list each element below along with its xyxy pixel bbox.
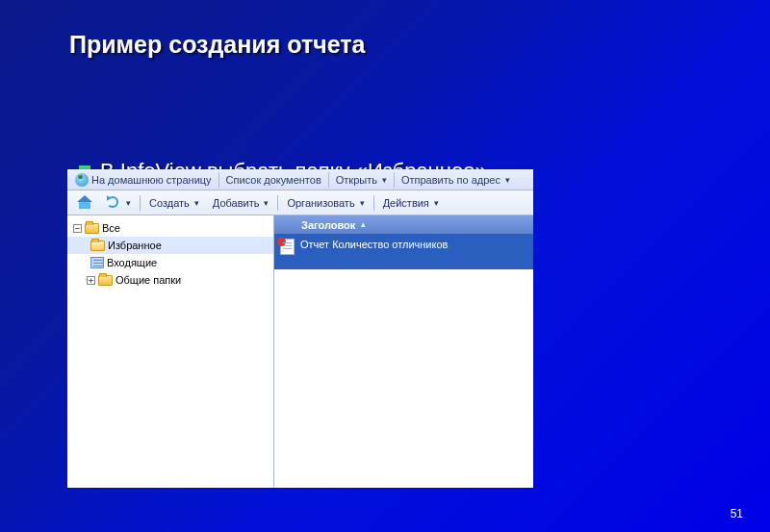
chevron-down-icon: ▾ bbox=[382, 175, 387, 185]
document-list: Заголовок ▲ Отчет Количество отличников bbox=[274, 215, 533, 488]
tree-node-all[interactable]: − Все bbox=[67, 219, 273, 237]
chevron-down-icon: ▾ bbox=[194, 198, 199, 208]
tree-node-public[interactable]: + Общие папки bbox=[67, 271, 273, 289]
report-icon bbox=[280, 239, 295, 255]
top-toolbar: На домашнюю страницу Список документов О… bbox=[67, 169, 533, 190]
folder-tree: − Все Избранное Входящие + Общие папки bbox=[67, 215, 274, 488]
open-label: Открыть bbox=[336, 174, 377, 186]
add-label: Добавить bbox=[213, 197, 260, 209]
add-menu[interactable]: Добавить ▾ bbox=[207, 193, 275, 213]
create-label: Создать bbox=[149, 197, 190, 209]
action-toolbar: ▾ Создать ▾ Добавить ▾ Организовать ▾ Де… bbox=[67, 190, 533, 215]
refresh-icon bbox=[106, 195, 121, 211]
list-item[interactable]: Отчет Количество отличников bbox=[274, 235, 533, 269]
home-button[interactable] bbox=[71, 193, 98, 213]
main-area: − Все Избранное Входящие + Общие папки З… bbox=[67, 215, 533, 488]
chevron-down-icon: ▾ bbox=[126, 198, 131, 208]
tree-node-favorites[interactable]: Избранное bbox=[67, 237, 273, 254]
folder-icon bbox=[98, 275, 113, 286]
tree-label-all: Все bbox=[102, 222, 120, 234]
tree-label-public: Общие папки bbox=[116, 274, 181, 286]
actions-menu[interactable]: Действия ▾ bbox=[377, 193, 445, 213]
open-menu[interactable]: Открыть ▾ bbox=[332, 171, 391, 189]
toolbar-separator bbox=[277, 195, 278, 211]
refresh-button[interactable]: ▾ bbox=[100, 193, 137, 213]
actions-label: Действия bbox=[383, 197, 429, 209]
home-link-label: На домашнюю страницу bbox=[91, 174, 212, 186]
chevron-down-icon: ▾ bbox=[505, 175, 510, 185]
docs-list-label: Список документов bbox=[226, 174, 321, 186]
page-number: 51 bbox=[731, 507, 743, 520]
expand-icon[interactable]: + bbox=[87, 276, 95, 285]
chevron-down-icon: ▾ bbox=[360, 198, 365, 208]
folder-icon bbox=[85, 223, 99, 234]
collapse-icon[interactable]: − bbox=[73, 224, 82, 233]
organize-menu[interactable]: Организовать ▾ bbox=[281, 193, 370, 213]
slide-title: Пример создания отчета bbox=[69, 31, 365, 59]
toolbar-separator bbox=[328, 172, 329, 188]
folder-open-icon bbox=[90, 241, 105, 251]
tree-label-favorites: Избранное bbox=[108, 240, 162, 251]
send-to-menu[interactable]: Отправить по адрес ▾ bbox=[398, 171, 514, 189]
create-menu[interactable]: Создать ▾ bbox=[143, 193, 205, 213]
list-item-title: Отчет Количество отличников bbox=[300, 239, 448, 250]
globe-icon bbox=[75, 173, 89, 187]
chevron-down-icon: ▾ bbox=[434, 198, 439, 208]
chevron-down-icon: ▾ bbox=[264, 198, 269, 208]
home-icon bbox=[77, 195, 92, 211]
infoview-window: На домашнюю страницу Список документов О… bbox=[67, 169, 533, 488]
tree-label-inbox: Входящие bbox=[107, 257, 157, 268]
inbox-icon bbox=[90, 257, 104, 268]
docs-list-link[interactable]: Список документов bbox=[222, 171, 325, 189]
organize-label: Организовать bbox=[287, 197, 354, 209]
toolbar-separator bbox=[373, 195, 374, 211]
toolbar-separator bbox=[394, 172, 395, 188]
column-header-title[interactable]: Заголовок ▲ bbox=[274, 215, 533, 235]
sort-asc-icon: ▲ bbox=[359, 220, 367, 229]
toolbar-separator bbox=[218, 172, 219, 188]
toolbar-separator bbox=[140, 195, 141, 211]
column-header-label: Заголовок bbox=[301, 219, 355, 231]
tree-node-inbox[interactable]: Входящие bbox=[67, 254, 273, 271]
home-link[interactable]: На домашнюю страницу bbox=[71, 171, 216, 189]
send-to-label: Отправить по адрес bbox=[401, 174, 500, 186]
